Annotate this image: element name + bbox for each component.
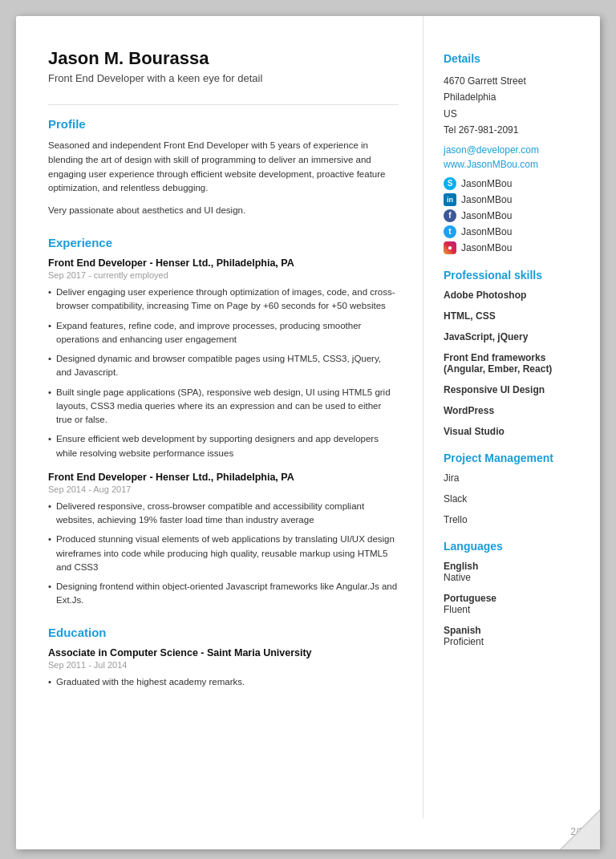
job-1-bullets: Deliver engaging user experience through… bbox=[48, 286, 399, 460]
bullet: Ensure efficient web development by supp… bbox=[48, 432, 399, 460]
left-column: Jason M. Bourassa Front End Developer wi… bbox=[16, 16, 424, 818]
address-line-1: 4670 Garrett Street bbox=[444, 73, 580, 89]
page-number: 2/2 bbox=[16, 818, 600, 849]
skill-7: Visual Studio bbox=[444, 426, 580, 437]
linkedin-row: in JasonMBou bbox=[444, 193, 580, 206]
header: Jason M. Bourassa Front End Developer wi… bbox=[48, 48, 399, 84]
professional-skills-section: Professional skills Adobe Photoshop HTML… bbox=[444, 269, 580, 437]
lang-1-name: English bbox=[444, 561, 580, 572]
right-column: Details 4670 Garrett Street Philadelphia… bbox=[424, 16, 600, 818]
pm-item-1: Jira bbox=[444, 472, 580, 484]
pm-item-2: Slack bbox=[444, 493, 580, 504]
skill-2: HTML, CSS bbox=[444, 310, 580, 322]
degree-title: Associate in Computer Science - Saint Ma… bbox=[48, 647, 399, 658]
details-section: Details 4670 Garrett Street Philadelphia… bbox=[444, 52, 580, 254]
education-section: Education Associate in Computer Science … bbox=[48, 626, 399, 689]
bullet: Graduated with the highest academy remar… bbox=[48, 675, 399, 689]
email-link[interactable]: jason@developer.com bbox=[444, 142, 580, 156]
candidate-name: Jason M. Bourassa bbox=[48, 48, 399, 69]
twitter-icon: t bbox=[444, 225, 456, 238]
page-wrapper: Jason M. Bourassa Front End Developer wi… bbox=[16, 16, 600, 849]
skill-5: Responsive UI Design bbox=[444, 384, 580, 395]
lang-2-name: Portuguese bbox=[444, 593, 580, 604]
skill-1: Adobe Photoshop bbox=[444, 290, 580, 301]
skype-handle: JasonMBou bbox=[461, 178, 512, 189]
bullet: Built single page applications (SPA), re… bbox=[48, 386, 399, 427]
lang-3: Spanish Proficient bbox=[444, 625, 580, 647]
job-1-title: Front End Developer - Henser Ltd., Phila… bbox=[48, 257, 399, 269]
profile-text-2: Very passionate about aesthetics and UI … bbox=[48, 204, 399, 218]
skill-6: WordPress bbox=[444, 405, 580, 416]
bullet: Delivered responsive, cross-browser comp… bbox=[48, 500, 399, 528]
bullet: Expand features, refine code, and improv… bbox=[48, 319, 399, 347]
instagram-row: ● JasonMBou bbox=[444, 241, 580, 254]
experience-section: Experience Front End Developer - Henser … bbox=[48, 236, 399, 608]
bullet: Produced stunning visual elements of web… bbox=[48, 533, 399, 574]
job-1: Front End Developer - Henser Ltd., Phila… bbox=[48, 257, 399, 460]
website-link[interactable]: www.JasonMBou.com bbox=[444, 156, 580, 171]
facebook-handle: JasonMBou bbox=[461, 210, 512, 221]
education-heading: Education bbox=[48, 626, 399, 639]
job-1-date: Sep 2017 - currently employed bbox=[48, 270, 399, 280]
skype-row: S JasonMBou bbox=[444, 177, 580, 190]
linkedin-handle: JasonMBou bbox=[461, 194, 512, 205]
professional-skills-heading: Professional skills bbox=[444, 269, 580, 282]
languages-heading: Languages bbox=[444, 540, 580, 553]
education-date: Sep 2011 - Jul 2014 bbox=[48, 660, 399, 670]
bullet: Designed dynamic and browser compatible … bbox=[48, 352, 399, 380]
lang-1: English Native bbox=[444, 561, 580, 583]
experience-heading: Experience bbox=[48, 236, 399, 249]
bullet: Designing frontend within object-oriente… bbox=[48, 580, 399, 608]
instagram-handle: JasonMBou bbox=[461, 242, 512, 253]
facebook-row: f JasonMBou bbox=[444, 209, 580, 222]
profile-heading: Profile bbox=[48, 117, 399, 131]
linkedin-icon: in bbox=[444, 193, 456, 206]
twitter-row: t JasonMBou bbox=[444, 225, 580, 238]
page-curl bbox=[552, 801, 600, 849]
job-2-date: Sep 2014 - Aug 2017 bbox=[48, 484, 399, 494]
project-management-section: Project Management Jira Slack Trello bbox=[444, 452, 580, 525]
job-2-bullets: Delivered responsive, cross-browser comp… bbox=[48, 500, 399, 608]
job-2-title: Front End Developer - Henser Ltd., Phila… bbox=[48, 472, 399, 483]
address-line-3: US bbox=[444, 106, 580, 122]
website-anchor[interactable]: www.JasonMBou.com bbox=[444, 159, 538, 170]
address-line-2: Philadelphia bbox=[444, 89, 580, 105]
lang-2-level: Fluent bbox=[444, 604, 580, 615]
lang-1-level: Native bbox=[444, 572, 580, 583]
instagram-icon: ● bbox=[444, 241, 456, 254]
tel: Tel 267-981-2091 bbox=[444, 122, 580, 138]
lang-3-name: Spanish bbox=[444, 625, 580, 636]
candidate-title: Front End Developer with a keen eye for … bbox=[48, 72, 399, 84]
details-heading: Details bbox=[444, 52, 580, 65]
lang-3-level: Proficient bbox=[444, 636, 580, 647]
twitter-handle: JasonMBou bbox=[461, 226, 512, 237]
profile-text-1: Seasoned and independent Front End Devel… bbox=[48, 139, 399, 196]
project-management-heading: Project Management bbox=[444, 452, 580, 464]
lang-2: Portuguese Fluent bbox=[444, 593, 580, 615]
skype-icon: S bbox=[444, 177, 456, 190]
email-anchor[interactable]: jason@developer.com bbox=[444, 144, 539, 156]
job-2: Front End Developer - Henser Ltd., Phila… bbox=[48, 472, 399, 608]
education-bullets: Graduated with the highest academy remar… bbox=[48, 675, 399, 689]
languages-section: Languages English Native Portuguese Flue… bbox=[444, 540, 580, 647]
facebook-icon: f bbox=[444, 209, 456, 222]
bullet: Deliver engaging user experience through… bbox=[48, 286, 399, 314]
skill-4: Front End frameworks (Angular, Ember, Re… bbox=[444, 352, 580, 375]
skill-3: JavaScript, jQuery bbox=[444, 331, 580, 342]
profile-section: Profile Seasoned and independent Front E… bbox=[48, 117, 399, 218]
education-item-1: Associate in Computer Science - Saint Ma… bbox=[48, 647, 399, 689]
pm-item-3: Trello bbox=[444, 514, 580, 525]
